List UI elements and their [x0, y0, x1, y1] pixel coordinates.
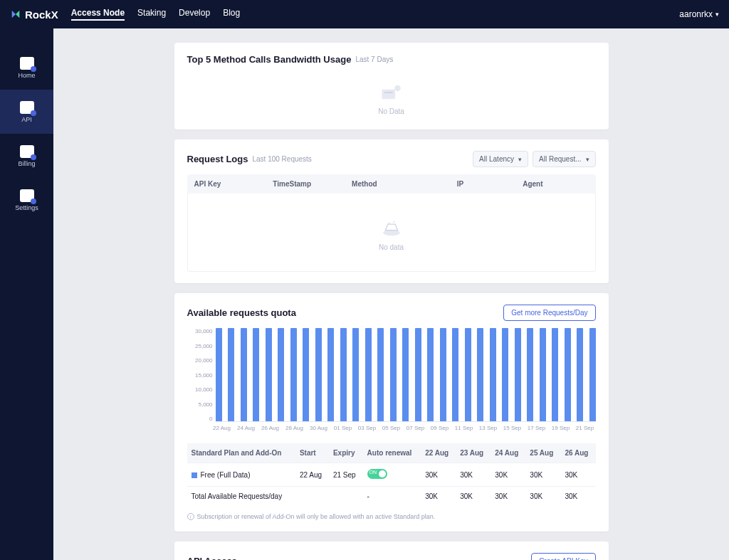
logs-card: Request Logs Last 100 Requests All Laten…: [174, 139, 609, 283]
chart-bar: [365, 328, 372, 421]
chart-bar: [490, 328, 496, 421]
chart-bar: [327, 328, 334, 421]
chart-bar: [241, 328, 247, 421]
chart-bar: [253, 328, 259, 421]
logs-subtitle: Last 100 Requests: [252, 155, 311, 163]
svg-point-5: [393, 221, 394, 223]
chart-bar: [278, 328, 284, 421]
user-menu[interactable]: aaronrkx ▾: [679, 9, 719, 19]
plan-name: Free (Full Data): [201, 471, 251, 479]
total-label: Total Available Requests/day: [187, 487, 295, 507]
chart-bar: [290, 328, 297, 421]
chart-bar: [228, 328, 234, 421]
top5-card: Top 5 Method Calls Bandwidth Usage Last …: [174, 43, 609, 130]
brand-name: RockX: [25, 9, 58, 21]
col-timestamp: TimeStamp: [273, 180, 352, 188]
chevron-down-icon: ▾: [586, 156, 589, 163]
chart-bar: [502, 328, 508, 421]
quota-chart: 30,00025,00020,00015,00010,0005,0000 22 …: [187, 328, 596, 435]
svg-point-2: [394, 85, 401, 92]
auto-renewal-toggle[interactable]: ON: [367, 469, 387, 479]
chart-bar: [427, 328, 434, 421]
chart-bar: [452, 328, 458, 421]
plan-start: 22 Aug: [295, 463, 329, 487]
plan-expiry: 21 Sep: [329, 463, 363, 487]
api-access-card: API Access Create API Key Key Name Origi…: [174, 541, 609, 560]
col-ip: IP: [457, 180, 523, 188]
table-row: Free (Full Data) 22 Aug 21 Sep ON 30K 30…: [187, 463, 596, 487]
chart-bar: [540, 328, 546, 421]
empty-label: No data: [379, 243, 404, 251]
empty-icon: [379, 218, 404, 239]
x-axis: 22 Aug24 Aug26 Aug28 Aug30 Aug01 Sep03 S…: [216, 425, 596, 435]
chart-bar: [352, 328, 359, 421]
chevron-down-icon: ▾: [715, 11, 719, 18]
nav-staking[interactable]: Staking: [137, 8, 166, 21]
chart-bar: [315, 328, 322, 421]
chart-bar: [303, 328, 309, 421]
latency-filter-label: All Latency: [479, 155, 514, 163]
legend-square: [192, 472, 197, 478]
logs-empty: No data: [188, 208, 595, 254]
svg-rect-0: [382, 90, 395, 100]
chart-bar: [589, 328, 596, 421]
chart-bar: [415, 328, 421, 421]
nav-access-node[interactable]: Access Node: [71, 8, 125, 21]
chart-bar: [577, 328, 583, 421]
col-method: Method: [352, 180, 457, 188]
logs-table-header: API Key TimeStamp Method IP Agent: [187, 174, 596, 194]
sidebar: Home API Billing Settings: [0, 28, 53, 560]
sidebar-item-label: Settings: [15, 204, 38, 211]
topbar: RockX Access Node Staking Develop Blog a…: [0, 0, 729, 28]
plan-table: Standard Plan and Add-OnStartExpiryAuto …: [187, 443, 596, 506]
main-scroll[interactable]: Top 5 Method Calls Bandwidth Usage Last …: [53, 28, 729, 560]
y-axis: 30,00025,00020,00015,00010,0005,0000: [187, 328, 213, 422]
sidebar-item-label: Billing: [18, 160, 35, 167]
chart-bar: [527, 328, 533, 421]
api-icon: [20, 101, 34, 114]
latency-filter[interactable]: All Latency ▾: [473, 151, 528, 167]
chart-bar: [440, 328, 446, 421]
chart-bar: [465, 328, 471, 421]
sidebar-item-label: Home: [18, 72, 35, 79]
brand-logo[interactable]: RockX: [10, 9, 58, 21]
quota-card: Available requests quota Get more Reques…: [174, 293, 609, 532]
chevron-down-icon: ▾: [518, 156, 522, 163]
logs-title: Request Logs: [187, 154, 248, 164]
quota-note: i Subscription or renewal of Add-On will…: [187, 513, 596, 520]
chart-bar: [552, 328, 558, 421]
nav-blog[interactable]: Blog: [223, 8, 240, 21]
chart-bar: [216, 328, 222, 421]
chart-bar: [477, 328, 483, 421]
create-api-key-button[interactable]: Create API Key: [531, 553, 595, 560]
sidebar-item-api[interactable]: API: [0, 90, 53, 134]
quota-title: Available requests quota: [187, 307, 296, 318]
top5-title: Top 5 Method Calls Bandwidth Usage: [187, 54, 352, 65]
chart-plot: [216, 328, 596, 422]
sidebar-item-home[interactable]: Home: [0, 46, 53, 90]
gear-icon: [20, 189, 34, 202]
chart-bar: [390, 328, 397, 421]
empty-label: No Data: [378, 107, 404, 115]
get-more-button[interactable]: Get more Requests/Day: [503, 305, 595, 321]
svg-point-4: [388, 223, 389, 224]
chart-bar: [377, 328, 384, 421]
table-row: Total Available Requests/day - 30K 30K 3…: [187, 487, 596, 507]
api-title: API Access: [187, 556, 237, 560]
nav-develop[interactable]: Develop: [179, 8, 210, 21]
chart-bar: [340, 328, 347, 421]
chart-bar: [565, 328, 571, 421]
sidebar-item-settings[interactable]: Settings: [0, 178, 53, 222]
request-filter[interactable]: All Request... ▾: [533, 151, 595, 167]
col-agent: Agent: [523, 180, 588, 188]
nav-links: Access Node Staking Develop Blog: [71, 8, 240, 21]
chart-bar: [402, 328, 409, 421]
sidebar-item-label: API: [21, 116, 32, 123]
billing-icon: [20, 145, 34, 158]
col-api-key: API Key: [194, 180, 273, 188]
logo-icon: [10, 9, 21, 20]
svg-rect-1: [384, 92, 392, 93]
sidebar-item-billing[interactable]: Billing: [0, 134, 53, 178]
top5-empty: No Data: [187, 72, 596, 118]
chart-bar: [266, 328, 272, 421]
